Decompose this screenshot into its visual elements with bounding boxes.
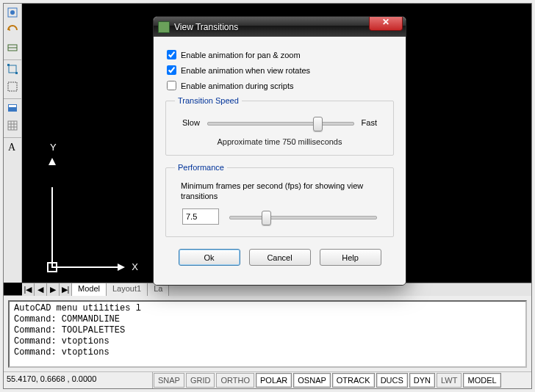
transition-speed-legend: Transition Speed [175,96,242,105]
checkbox-pan-zoom[interactable]: Enable animation for pan & zoom [165,50,394,59]
status-toggle-model[interactable]: MODEL [463,373,500,388]
checkbox-rotate[interactable]: Enable animation when view rotates [165,65,394,75]
toolbar-icon-text[interactable]: A [4,139,21,156]
toolbar-icon-b[interactable] [4,23,21,39]
cmd-line: Command: vtoptions [14,347,521,358]
cmd-line: Command: vtoptions [14,336,521,347]
fps-slider[interactable] [229,209,377,224]
status-toggle-dyn[interactable]: DYN [409,373,435,388]
performance-legend: Performance [175,163,227,172]
left-toolbar: A [4,4,22,283]
status-bar: 55.4170, 0.6668 , 0.0000 SNAPGRIDORTHOPO… [4,371,531,388]
close-icon: ✕ [382,17,389,27]
slow-label: Slow [182,118,200,127]
status-toggle-otrack[interactable]: OTRACK [332,373,375,388]
dialog-title: View Transitions [174,22,369,32]
checkbox-scripts-input[interactable] [167,81,176,90]
svg-rect-6 [7,64,10,66]
axis-y-label: Y [50,142,57,153]
checkbox-scripts-label: Enable animation during scripts [181,81,293,90]
tab-layout1[interactable]: Layout1 [107,283,148,296]
cmd-line: Command: COMMANDLINE [14,314,521,325]
help-button[interactable]: Help [320,249,381,266]
svg-text:A: A [8,142,16,153]
cmd-line: AutoCAD menu utilities l [14,303,521,314]
view-transitions-dialog: View Transitions ✕ Enable animation for … [153,16,406,286]
speed-slider-thumb[interactable] [313,117,323,131]
svg-rect-10 [9,105,16,107]
status-toggle-ducs[interactable]: DUCS [376,373,408,388]
tab-nav-last[interactable]: ▶| [60,283,72,296]
tab-nav-first[interactable]: |◀ [22,283,35,296]
speed-slider[interactable] [207,115,354,130]
checkbox-scripts[interactable]: Enable animation during scripts [165,81,394,90]
app-icon [158,21,170,33]
toolbar-icon-c[interactable] [4,40,21,57]
svg-point-1 [10,10,15,15]
toolbar-icon-f[interactable] [4,101,21,117]
cmd-line: Command: TOOLPALETTES [14,325,521,336]
fast-label: Fast [362,118,377,127]
close-button[interactable]: ✕ [369,17,403,31]
tab-nav-next[interactable]: ▶ [47,283,60,296]
tab-nav-prev[interactable]: ◀ [35,283,47,296]
checkbox-pan-zoom-label: Enable animation for pan & zoom [181,51,301,59]
fps-input[interactable] [182,208,219,225]
axis-x-label: X [132,261,138,272]
svg-rect-8 [8,82,17,91]
ucs-icon: Y X [51,158,125,268]
fps-slider-thumb[interactable] [262,211,271,225]
performance-group: Performance Minimum frames per second (f… [165,163,394,237]
dialog-titlebar[interactable]: View Transitions ✕ [154,17,406,37]
toolbar-icon-g[interactable] [4,118,21,134]
performance-description: Minimum frames per second (fps) for show… [181,181,378,201]
toolbar-icon-d[interactable] [4,62,21,78]
ok-button[interactable]: Ok [179,249,240,266]
svg-rect-5 [9,65,16,73]
approx-time-text: Approximate time 750 milliseconds [175,137,384,146]
status-toggle-lwt[interactable]: LWT [437,373,462,388]
transition-speed-group: Transition Speed Slow Fast Approximate t… [165,96,394,156]
status-toggle-ortho[interactable]: ORTHO [216,373,254,388]
status-toggle-snap[interactable]: SNAP [154,373,184,388]
tab-model[interactable]: Model [72,283,107,296]
command-window[interactable]: AutoCAD menu utilities l Command: COMMAN… [8,300,527,368]
coordinate-readout: 55.4170, 0.6668 , 0.0000 [4,372,153,388]
toolbar-icon-e[interactable] [4,79,21,95]
cancel-button[interactable]: Cancel [249,249,311,266]
checkbox-rotate-input[interactable] [167,65,176,75]
status-toggle-polar[interactable]: POLAR [256,373,292,388]
svg-rect-11 [8,121,17,130]
checkbox-rotate-label: Enable animation when view rotates [181,66,310,75]
toolbar-icon-a[interactable] [4,5,21,21]
status-toggle-osnap[interactable]: OSNAP [293,373,331,388]
svg-rect-7 [15,72,18,74]
checkbox-pan-zoom-input[interactable] [167,50,176,59]
status-toggle-grid[interactable]: GRID [186,373,215,388]
